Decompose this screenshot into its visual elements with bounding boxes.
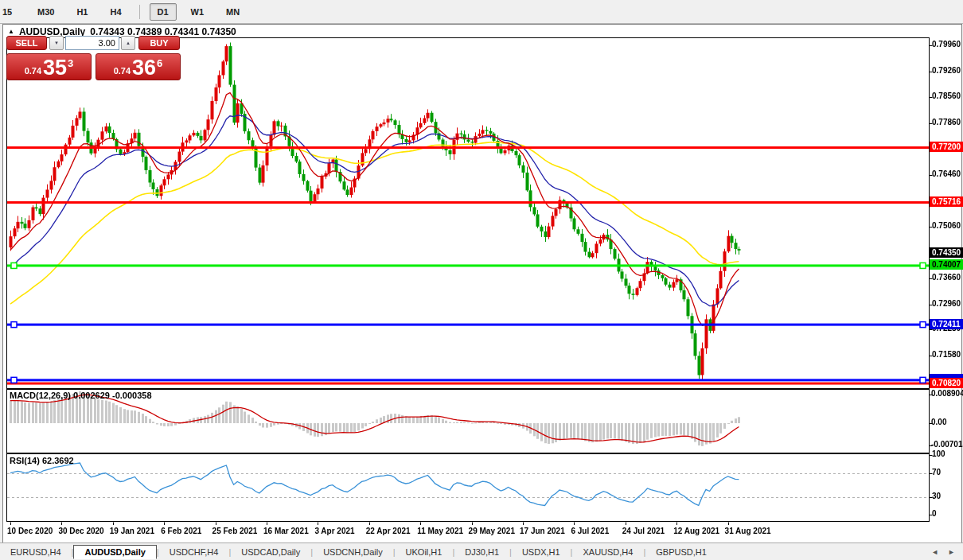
- date-tick-9: 29 May 2021: [469, 527, 515, 535]
- tab-usdcnh-daily[interactable]: USDCNH,Daily: [313, 545, 393, 559]
- date-tick-8: 11 May 2021: [417, 527, 463, 535]
- date-tick-7: 22 Apr 2021: [366, 527, 411, 535]
- tab-usdchf-h4[interactable]: USDCHF,H4: [159, 545, 229, 559]
- date-tick-4: 25 Feb 2021: [212, 527, 258, 535]
- hline-badge-0.74007: 0.74007: [930, 259, 963, 270]
- rsi-tick-100: 100: [932, 449, 945, 458]
- toolbar-separator: [139, 5, 140, 19]
- price-tick-0.72960: 0.72960: [932, 299, 961, 308]
- sell-button[interactable]: SELL: [6, 36, 47, 50]
- timeframe-button-w1[interactable]: W1: [183, 3, 212, 21]
- tab-scroll-arrows: ◄►: [931, 548, 955, 556]
- rsi-tick-70: 70: [932, 468, 941, 476]
- date-tick-14: 31 Aug 2021: [725, 527, 771, 535]
- date-tick-10: 17 Jun 2021: [520, 527, 565, 535]
- tab-eurusd-h4[interactable]: EURUSD,H4: [0, 545, 72, 559]
- timeframe-toolbar: 15M30H1H4D1W1MN: [0, 0, 963, 24]
- volume-input[interactable]: [65, 36, 119, 50]
- macd-indicator-label: MACD(12,26,9) 0.002629 -0.000358: [10, 391, 152, 400]
- chart-window: [2, 24, 962, 543]
- timeframe-button-d1[interactable]: D1: [150, 3, 177, 21]
- buy-price-pip: 6: [157, 57, 162, 69]
- hline-badge-0.77200: 0.77200: [930, 142, 963, 152]
- volume-decrease-button[interactable]: ▾: [49, 36, 64, 50]
- rsi-tick-0: 0: [932, 509, 937, 518]
- sell-price-base: 0.74: [25, 66, 41, 76]
- one-click-trade-panel: SELL ▾ ▴ BUY 0.74 35 3 0.74 36 6: [6, 36, 181, 80]
- date-tick-3: 6 Feb 2021: [161, 527, 201, 535]
- price-tick-0.77860: 0.77860: [932, 118, 961, 126]
- price-tick-0.75060: 0.75060: [932, 221, 961, 230]
- buy-price-base: 0.74: [114, 66, 131, 76]
- price-chart-canvas[interactable]: [3, 25, 963, 560]
- timeframe-button-h4[interactable]: H4: [102, 3, 129, 21]
- timeframe-button-h1[interactable]: H1: [68, 3, 96, 21]
- buy-price-display[interactable]: 0.74 36 6: [96, 53, 181, 80]
- date-tick-13: 12 Aug 2021: [673, 527, 719, 535]
- rsi-indicator-label: RSI(14) 62.3692: [10, 456, 74, 465]
- price-tick-0.79960: 0.79960: [932, 40, 961, 49]
- date-tick-11: 6 Jul 2021: [571, 527, 609, 535]
- tab-xauusd-h4[interactable]: XAUUSD,H4: [572, 545, 643, 559]
- price-tick-0.71580: 0.71580: [932, 350, 961, 359]
- date-tick-6: 3 Apr 2021: [314, 527, 354, 535]
- hline-badge-0.75716: 0.75716: [930, 196, 963, 207]
- date-tick-1: 30 Dec 2020: [58, 527, 103, 535]
- macd-tick-0.00: 0.00: [931, 418, 946, 426]
- tab-gbpusd-h1[interactable]: GBPUSD,H1: [645, 545, 717, 559]
- sell-price-display[interactable]: 0.74 35 3: [6, 53, 92, 80]
- tab-scroll-left-icon[interactable]: ◄: [931, 548, 938, 556]
- date-tick-12: 24 Jul 2021: [622, 527, 665, 535]
- current-price-badge: 0.74350: [930, 247, 963, 258]
- hline-badge-0.70820: 0.70820: [930, 378, 963, 388]
- chart-tab-bar: EURUSD,H4|AUDUSD,Daily|USDCHF,H4|USDCAD,…: [0, 542, 963, 560]
- hline-badge-0.72411: 0.72411: [930, 319, 963, 329]
- tab-ukoil-h1[interactable]: UKOil,H1: [396, 545, 453, 559]
- tab-dj30-h1[interactable]: DJ30,H1: [454, 545, 509, 559]
- tab-usdx-h1[interactable]: USDX,H1: [512, 545, 571, 559]
- tab-scroll-right-icon[interactable]: ►: [948, 548, 955, 556]
- date-tick-2: 19 Jan 2021: [110, 527, 154, 535]
- application-window: 15M30H1H4D1W1MN ▲ AUDUSD,Daily 0.74343 0…: [0, 0, 963, 560]
- date-tick-0: 10 Dec 2020: [7, 527, 53, 535]
- price-tick-0.79260: 0.79260: [932, 66, 961, 75]
- macd-tick--0.007013: -0.007013: [931, 440, 963, 449]
- price-tick-0.76460: 0.76460: [932, 169, 961, 178]
- rsi-tick-30: 30: [932, 492, 941, 500]
- buy-price-big: 36: [132, 57, 156, 79]
- timeframe-button-m30[interactable]: M30: [29, 3, 62, 21]
- volume-increase-button[interactable]: ▴: [121, 36, 135, 50]
- macd-tick-0.008904: 0.008904: [931, 389, 963, 398]
- tab-usdcad-daily[interactable]: USDCAD,Daily: [231, 545, 310, 559]
- sell-price-pip: 3: [68, 57, 73, 69]
- date-tick-5: 16 Mar 2021: [263, 527, 309, 535]
- sell-price-big: 35: [43, 57, 67, 79]
- collapse-arrow-icon[interactable]: ▲: [8, 28, 14, 35]
- timeframe-button-mn[interactable]: MN: [218, 3, 248, 21]
- price-tick-0.78560: 0.78560: [932, 91, 961, 100]
- tab-audusd-daily[interactable]: AUDUSD,Daily: [73, 545, 156, 559]
- price-tick-0.73660: 0.73660: [932, 273, 961, 282]
- buy-button[interactable]: BUY: [138, 36, 180, 50]
- timeframe-button-15[interactable]: 15: [2, 3, 23, 21]
